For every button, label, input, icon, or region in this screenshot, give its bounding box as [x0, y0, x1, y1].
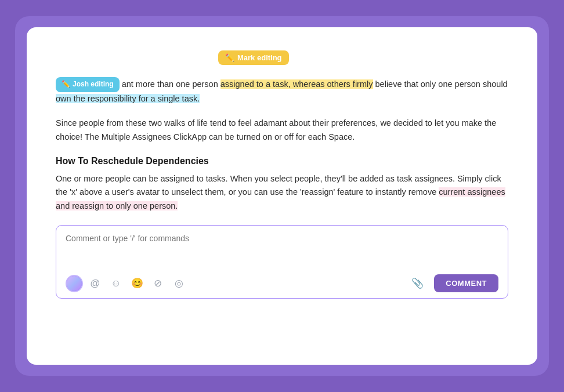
text-after-josh: ant more than one person — [122, 79, 220, 89]
attachment-symbol: 📎 — [411, 277, 424, 289]
text-middle: believe that only one person should — [373, 79, 508, 89]
section-heading: How To Reschedule Dependencies — [56, 156, 508, 166]
smile-symbol: 😊 — [131, 277, 143, 289]
paragraph-3-before: One or more people can be assigned to ta… — [56, 174, 501, 197]
pencil-icon: ✏️ — [225, 53, 234, 62]
josh-label-text: Josh editing — [73, 79, 114, 90]
target-symbol: ◎ — [175, 277, 183, 289]
smile-icon[interactable]: 😊 — [129, 276, 144, 291]
paragraph-3: One or more people can be assigned to ta… — [56, 172, 508, 214]
emoji-icon[interactable]: ☺ — [109, 276, 124, 291]
mark-editing-label: ✏️ Mark editing — [218, 50, 289, 65]
comment-box: @ ☺ 😊 ⊘ ◎ 📎 — [56, 225, 508, 299]
paragraph-2: Since people from these two walks of lif… — [56, 117, 508, 144]
josh-pencil-icon: ✏️ — [62, 79, 70, 90]
paragraph-2-text: Since people from these two walks of lif… — [56, 118, 496, 141]
slash-symbol: ⊘ — [154, 277, 162, 289]
comment-button[interactable]: COMMENT — [434, 274, 498, 292]
avatar-image — [67, 276, 82, 291]
main-card: ✏️ Mark editing ✏️ Josh editing ant more… — [27, 27, 537, 365]
slash-icon[interactable]: ⊘ — [150, 276, 165, 291]
josh-editing-label: ✏️ Josh editing — [56, 77, 120, 92]
comment-footer: @ ☺ 😊 ⊘ ◎ 📎 — [66, 274, 498, 292]
editing-labels: ✏️ Mark editing — [56, 50, 508, 75]
comment-input[interactable] — [66, 234, 498, 268]
yellow-highlight: assigned to a task, whereas others firml… — [220, 79, 373, 89]
user-avatar — [66, 275, 83, 292]
outer-wrapper: ✏️ Mark editing ✏️ Josh editing ant more… — [15, 16, 549, 376]
blue-highlight: own the responsibility for a single task… — [56, 94, 200, 103]
at-mention-icon[interactable]: @ — [88, 276, 103, 291]
section-heading-text: How To Reschedule Dependencies — [56, 156, 209, 166]
paragraph-1: ✏️ Josh editing ant more than one person… — [56, 77, 508, 106]
mark-label-text: Mark editing — [237, 53, 282, 62]
comment-button-label: COMMENT — [446, 279, 487, 288]
at-icon-symbol: @ — [90, 278, 100, 289]
attachment-icon[interactable]: 📎 — [410, 276, 425, 291]
target-icon[interactable]: ◎ — [171, 276, 186, 291]
toolbar-icons: @ ☺ 😊 ⊘ ◎ — [88, 276, 405, 291]
emoji-symbol: ☺ — [111, 278, 121, 289]
